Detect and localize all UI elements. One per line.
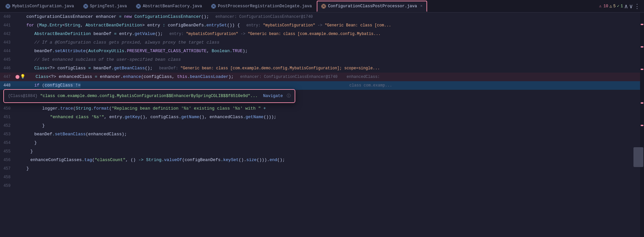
code-line-450: 450 logger.trace(String.format("Replacin… xyxy=(0,104,644,113)
error-marker-2 xyxy=(641,46,643,48)
code-line-452: 452 } xyxy=(0,121,644,130)
line-num-441: 441 xyxy=(0,21,16,30)
tab-postprocessor[interactable]: c PostProcessorRegistrationDelegate.java xyxy=(207,1,316,12)
tab-label-config: ConfigurationClassPostProcessor.java xyxy=(328,4,417,9)
java-icon-spring: c xyxy=(83,4,88,9)
svg-text:c: c xyxy=(7,5,9,8)
line-content-447: Class<?> enhancedClass = enhancer.enhanc… xyxy=(25,73,644,81)
line-content-442: AbstractBeanDefinition beanDef = entry.g… xyxy=(25,30,644,38)
line-num-447: 447 xyxy=(0,73,16,81)
code-line-446: 446 Class<?> configClass = beanDef.getBe… xyxy=(0,64,644,73)
line-content-455: } xyxy=(25,147,644,156)
line-content-441: for (Map.Entry<String, AbstractBeanDefin… xyxy=(25,21,644,30)
tab-label-postprocessor: PostProcessorRegistrationDelegate.java xyxy=(218,4,312,9)
ok-icon: ✓ xyxy=(617,4,619,9)
tab-chevron-up[interactable]: ∧ xyxy=(624,3,628,10)
code-line-445: 445 // Set enhanced subclass of the user… xyxy=(0,55,644,64)
line-content-453: beanDef.setBeanClass(enhancedClass); xyxy=(25,130,644,139)
code-line-457: 457 } xyxy=(0,164,644,173)
tab-close-config[interactable]: ✕ xyxy=(420,4,423,8)
line-content-454: } xyxy=(25,139,644,147)
code-line-455: 455 } xyxy=(0,147,644,156)
tab-config[interactable]: c ConfigurationClassPostProcessor.java ✕ xyxy=(317,1,427,12)
editor-area: 440 configurationClassEnhancer enhancer … xyxy=(0,13,644,237)
line-content-457: } xyxy=(25,164,644,173)
line-content-444: beanDef.setAttribute(AutoProxyUtils.PRES… xyxy=(25,47,644,55)
line-content-445: // Set enhanced subclass of the user-spe… xyxy=(25,55,644,64)
line-content-448: if (configClass != class com.examp... xyxy=(25,81,644,90)
warning-count: 5 xyxy=(613,4,616,9)
line-content-450: logger.trace(String.format("Replacing be… xyxy=(25,104,644,113)
tab-label-mybatis: MybatisConfiguration.java xyxy=(12,4,74,9)
tab-abstract[interactable]: c AbstractBeanFactory.java xyxy=(132,1,206,12)
code-line-447: 447 💡 Cla xyxy=(0,73,644,81)
line-num-456: 456 xyxy=(0,156,16,164)
gutter-447: 💡 xyxy=(16,73,25,81)
code-line-443: 443 // If a @Configuration class gets pr… xyxy=(0,38,644,47)
java-icon-mybatis: c xyxy=(6,4,10,9)
error-marker-5 xyxy=(641,125,643,126)
code-line-451: 451 "enhanced class '%s'", entry.getKey(… xyxy=(0,113,644,121)
breakpoint-dot-447 xyxy=(15,75,19,79)
code-line-454: 454 } xyxy=(0,139,644,147)
line-num-448: 448 xyxy=(0,81,16,90)
line-num-443: 443 xyxy=(0,38,16,47)
line-num-440: 440 xyxy=(0,13,16,21)
error-marker-4 xyxy=(641,102,643,104)
code-line-449: 449 {Class@1884} "class com.example.demo… xyxy=(0,90,644,98)
svg-text:c: c xyxy=(323,5,324,8)
code-line-442: 442 AbstractBeanDefinition beanDef = ent… xyxy=(0,30,644,38)
right-scrollbar[interactable] xyxy=(640,13,644,237)
code-line-453: 453 beanDef.setBeanClass(enhancedClass); xyxy=(0,130,644,139)
bulb-icon-447: 💡 xyxy=(20,73,25,81)
error-icon: ⚠ xyxy=(599,4,601,9)
line-num-453: 453 xyxy=(0,130,16,139)
svg-text:c: c xyxy=(138,5,139,8)
line-num-455: 455 xyxy=(0,147,16,156)
tab-label-spring: SpringTest.java xyxy=(90,4,127,9)
svg-text:c: c xyxy=(85,5,86,8)
line-num-442: 442 xyxy=(0,30,16,38)
java-icon-abstract: c xyxy=(136,4,141,9)
line-num-446: 446 xyxy=(0,64,16,73)
line-num-454: 454 xyxy=(0,139,16,147)
line-content-451: "enhanced class '%s'", entry.getKey(), c… xyxy=(25,113,644,121)
code-line-448: 448 if (configClass != class com.examp..… xyxy=(0,81,644,90)
error-count: 10 xyxy=(603,4,608,9)
code-line-444: 444 beanDef.setAttribute(AutoProxyUtils.… xyxy=(0,47,644,55)
code-line-459: 459 xyxy=(0,182,644,190)
tab-more-button[interactable]: ⋮ xyxy=(634,3,640,10)
line-content-452: } xyxy=(25,121,644,130)
code-container: 440 configurationClassEnhancer enhancer … xyxy=(0,13,644,237)
scrollbar-thumb[interactable] xyxy=(633,147,643,167)
line-content-440: configurationClassEnhancer enhancer = ne… xyxy=(25,13,644,21)
line-num-458: 458 xyxy=(0,173,16,182)
tab-bar: c MybatisConfiguration.java c SpringTest… xyxy=(0,0,644,13)
line-num-457: 457 xyxy=(0,164,16,173)
error-marker-3 xyxy=(641,69,643,70)
line-content-456: enhanceConfigClasses.tag("classCount", (… xyxy=(25,156,644,164)
java-icon-config: c xyxy=(321,4,326,9)
code-line-441: 441 for (Map.Entry<String, AbstractBeanD… xyxy=(0,21,644,30)
error-marker-1 xyxy=(641,24,643,25)
tab-chevron-down[interactable]: ∨ xyxy=(629,3,633,10)
java-icon-postprocessor: c xyxy=(211,4,216,9)
code-line-456: 456 enhanceConfigClasses.tag("classCount… xyxy=(0,156,644,164)
warning-icon: △ xyxy=(609,4,612,9)
line-num-450: 450 xyxy=(0,104,16,113)
line-content-443: // If a @Configuration class gets proxie… xyxy=(25,38,644,47)
line-num-459: 459 xyxy=(0,182,16,190)
line-num-444: 444 xyxy=(0,47,16,55)
line-num-452: 452 xyxy=(0,121,16,130)
ok-count: 1 xyxy=(621,4,623,9)
tab-mybatis[interactable]: c MybatisConfiguration.java xyxy=(1,1,78,12)
line-content-446: Class<?> configClass = beanDef.getBeanCl… xyxy=(25,64,644,73)
tab-label-abstract: AbstractBeanFactory.java xyxy=(143,4,202,9)
code-line-440: 440 configurationClassEnhancer enhancer … xyxy=(0,13,644,21)
tab-navigation: ⚠ 10 △ 5 ✓ 1 ∧ ∨ ⋮ xyxy=(597,3,643,10)
line-num-445: 445 xyxy=(0,55,16,64)
line-num-451: 451 xyxy=(0,113,16,121)
tab-spring[interactable]: c SpringTest.java xyxy=(79,1,132,12)
code-line-458: 458 xyxy=(0,173,644,182)
svg-text:c: c xyxy=(213,5,214,8)
